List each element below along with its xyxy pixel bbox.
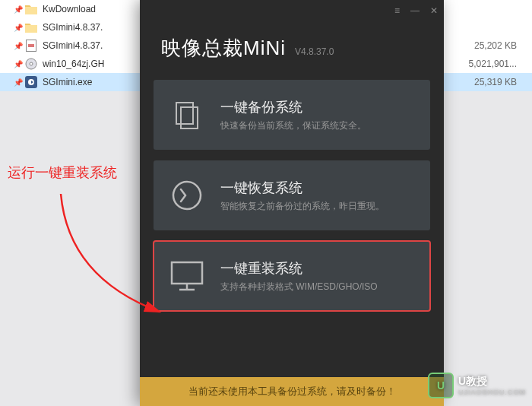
- file-size: 25,202 KB: [464, 40, 532, 51]
- svg-rect-5: [176, 103, 193, 124]
- pin-icon: 📌: [14, 60, 24, 68]
- sgimini-app-window: ≡ — ✕ 映像总裁MiNi V4.8.37.0 一键备份系统快速备份当前系统，…: [140, 0, 444, 406]
- minimize-icon[interactable]: —: [410, 5, 420, 16]
- watermark-brand: U教授: [458, 375, 487, 387]
- restore-icon: [167, 176, 207, 215]
- folder-icon: [24, 3, 38, 15]
- archive-icon: [24, 40, 38, 52]
- app-title: 映像总裁MiNi: [161, 35, 286, 62]
- pin-icon: 📌: [14, 5, 24, 14]
- svg-rect-1: [28, 44, 34, 47]
- pin-icon: 📌: [14, 42, 24, 50]
- card-title: 一键重装系统: [220, 259, 416, 278]
- svg-point-3: [30, 62, 33, 65]
- watermark-icon: U: [428, 373, 454, 398]
- card-title: 一键备份系统: [220, 98, 416, 116]
- svg-rect-8: [172, 262, 202, 284]
- exe-icon: [24, 76, 38, 88]
- folder-icon: [24, 21, 38, 33]
- file-size: 25,319 KB: [464, 77, 532, 87]
- annotation-label: 运行一键重装系统: [8, 163, 117, 182]
- svg-point-7: [173, 182, 201, 209]
- close-icon[interactable]: ✕: [430, 5, 438, 16]
- card-subtitle: 快速备份当前系统，保证系统安全。: [220, 119, 416, 132]
- pin-icon: 📌: [14, 78, 24, 87]
- svg-rect-6: [181, 107, 198, 128]
- monitor-icon: [167, 256, 207, 296]
- action-card[interactable]: 一键恢复系统智能恢复之前备份过的系统，昨日重现。: [154, 160, 430, 230]
- card-subtitle: 支持各种封装格式 WIM/ESD/GHO/ISO: [220, 281, 416, 293]
- footer-warning: 当前还未使用本工具备份过系统，请及时备份！: [140, 377, 444, 406]
- file-size: 5,021,901...: [464, 59, 532, 69]
- watermark-domain: UJIAOSHOU.COM: [458, 389, 526, 396]
- action-card[interactable]: 一键重装系统支持各种封装格式 WIM/ESD/GHO/ISO: [154, 241, 430, 311]
- copy-icon: [167, 95, 207, 135]
- app-version: V4.8.37.0: [295, 46, 334, 57]
- card-subtitle: 智能恢复之前备份过的系统，昨日重现。: [220, 200, 416, 213]
- card-title: 一键恢复系统: [220, 179, 416, 197]
- pin-icon: 📌: [14, 24, 24, 32]
- action-card[interactable]: 一键备份系统快速备份当前系统，保证系统安全。: [154, 80, 430, 150]
- watermark: U U教授 UJIAOSHOU.COM: [428, 373, 526, 398]
- menu-icon[interactable]: ≡: [394, 5, 400, 16]
- window-titlebar: ≡ — ✕: [140, 0, 444, 21]
- app-header: 映像总裁MiNi V4.8.37.0: [140, 21, 444, 69]
- disk-icon: [24, 58, 38, 70]
